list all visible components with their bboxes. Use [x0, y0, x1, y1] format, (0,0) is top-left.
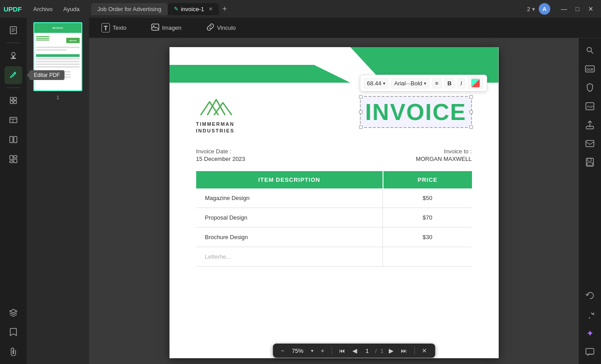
row1-price: $50: [383, 188, 472, 208]
prev-page-button[interactable]: ◀: [351, 346, 359, 355]
current-page-input[interactable]: [363, 348, 371, 354]
redo-right-icon[interactable]: [581, 306, 598, 323]
tab-job-order[interactable]: Job Order for Advertising: [91, 3, 168, 15]
right-sidebar: OCR PDF: [579, 38, 601, 364]
thumb-content: INVOICE: [34, 33, 81, 90]
table-row: Proposal Design $70: [196, 208, 472, 227]
tab-bar: Job Order for Advertising ✎ invoice-1 ✕ …: [91, 3, 230, 15]
protect-right-icon[interactable]: [581, 79, 598, 96]
link-icon: [206, 23, 214, 33]
italic-button[interactable]: I: [457, 78, 465, 88]
first-page-button[interactable]: ⏮: [337, 346, 347, 355]
search-right-icon[interactable]: [581, 42, 598, 59]
email-right-icon[interactable]: [581, 135, 598, 152]
svg-rect-32: [587, 163, 593, 165]
svg-rect-29: [586, 140, 594, 147]
paperclip-icon[interactable]: [4, 343, 22, 360]
company-logo: TIMMERMAN INDUSTRIES: [196, 92, 236, 135]
svg-text:PDF: PDF: [587, 105, 593, 108]
font-name-control[interactable]: Arial···Bold ▾: [391, 78, 429, 88]
pdf-scroll-area[interactable]: TIMMERMAN INDUSTRIES 68.44: [89, 38, 579, 364]
row4-price: [383, 247, 472, 266]
zoom-dropdown-button[interactable]: ▾: [309, 347, 315, 355]
document-icon[interactable]: [4, 21, 22, 39]
ai-right-icon[interactable]: ✦: [581, 325, 598, 342]
ocr-right-icon[interactable]: OCR: [581, 60, 598, 77]
divider-2: [414, 347, 415, 355]
svg-rect-5: [11, 58, 16, 59]
invoice-title-container[interactable]: INVOICE: [360, 96, 472, 128]
menu-archivo[interactable]: Archivo: [29, 4, 57, 14]
handle-bl: [359, 125, 363, 129]
link-tool[interactable]: Vinculo: [203, 21, 239, 35]
table-row: Brochure Design $30: [196, 227, 472, 247]
svg-rect-33: [586, 348, 594, 354]
menu-ayuda[interactable]: Ayuda: [59, 4, 84, 14]
tab-edit-icon: ✎: [174, 6, 178, 12]
page-navigation-bar: − 75% ▾ + ⏮ ◀ / 1 ▶ ⏭ ✕: [273, 344, 435, 358]
svg-rect-18: [14, 159, 17, 163]
save-right-icon[interactable]: [581, 154, 598, 171]
total-pages: 1: [380, 348, 383, 354]
close-page-bar-button[interactable]: ✕: [420, 346, 429, 355]
edit-toolbar: T Texto Imagen Vinculo: [89, 18, 601, 38]
tab-close-button[interactable]: ✕: [209, 6, 213, 12]
convert-right-icon[interactable]: PDF: [581, 98, 598, 115]
thumbnail-wrapper: INVOICE 1: [33, 22, 82, 100]
zoom-in-button[interactable]: +: [319, 346, 326, 355]
logo-text: UPDF: [4, 5, 22, 13]
font-size-value: 68.44: [367, 80, 382, 87]
close-button[interactable]: ✕: [584, 2, 597, 16]
menu-bar: Archivo Ayuda: [29, 4, 84, 14]
font-name-dropdown-icon: ▾: [424, 81, 426, 86]
grid-icon[interactable]: [4, 92, 22, 109]
bookmark-icon[interactable]: [4, 323, 22, 341]
scroll-and-sidebar: TIMMERMAN INDUSTRIES 68.44: [89, 38, 601, 364]
align-icon: ≡: [435, 80, 439, 87]
zoom-out-button[interactable]: −: [279, 346, 286, 355]
titlebar-right: 2 ▾ A — □ ✕: [527, 2, 597, 16]
maximize-button[interactable]: □: [571, 2, 584, 16]
table-row: Letterhe...: [196, 247, 472, 266]
share-right-icon[interactable]: [581, 116, 598, 133]
add-tab-button[interactable]: +: [219, 4, 231, 14]
tab-invoice[interactable]: ✎ invoice-1 ✕: [168, 3, 219, 15]
invoice-to-section: Invoice to : MORGAN MAXWELL: [416, 148, 472, 162]
pdf-page: TIMMERMAN INDUSTRIES 68.44: [169, 47, 499, 358]
compare-icon[interactable]: [4, 131, 22, 148]
minimize-button[interactable]: —: [557, 2, 571, 16]
image-tool[interactable]: Imagen: [148, 22, 185, 34]
align-button[interactable]: ≡: [432, 78, 442, 88]
text-tool[interactable]: T Texto: [98, 21, 130, 34]
page-thumbnail[interactable]: INVOICE: [33, 22, 82, 91]
invoice-table: ITEM DESCRIPTION PRICE Magazine Design $…: [196, 171, 472, 267]
undo-right-icon[interactable]: [581, 288, 598, 304]
edit-pdf-icon[interactable]: Editar PDF: [4, 66, 22, 84]
invoice-date-section: Invoice Date : 15 December 2023: [196, 148, 246, 162]
thumb-header: [34, 23, 81, 33]
header-green-left: [169, 65, 351, 83]
comment-right-icon[interactable]: [581, 344, 598, 360]
svg-rect-9: [10, 101, 13, 104]
bold-button[interactable]: B: [444, 78, 455, 88]
svg-rect-19: [10, 161, 13, 163]
svg-rect-20: [152, 24, 159, 30]
invoice-info: Invoice Date : 15 December 2023 Invoice …: [196, 148, 472, 162]
table-icon[interactable]: [4, 111, 22, 129]
user-avatar[interactable]: A: [539, 3, 550, 15]
layers-icon[interactable]: [4, 304, 22, 321]
font-size-control[interactable]: 68.44 ▾: [364, 78, 389, 88]
font-name-value: Arial···Bold: [394, 80, 422, 87]
company-logo-icon: [196, 92, 236, 118]
company-name: TIMMERMAN INDUSTRIES: [196, 121, 235, 135]
stamp-icon[interactable]: [4, 47, 22, 64]
left-sidebar: Editar PDF: [0, 18, 27, 364]
color-button[interactable]: [468, 77, 483, 89]
svg-text:OCR: OCR: [586, 68, 593, 71]
organize-icon[interactable]: [4, 150, 22, 168]
last-page-button[interactable]: ⏭: [399, 346, 409, 355]
italic-label: I: [460, 80, 462, 87]
svg-rect-7: [10, 97, 13, 100]
image-icon: [151, 24, 159, 32]
next-page-button[interactable]: ▶: [387, 346, 395, 355]
